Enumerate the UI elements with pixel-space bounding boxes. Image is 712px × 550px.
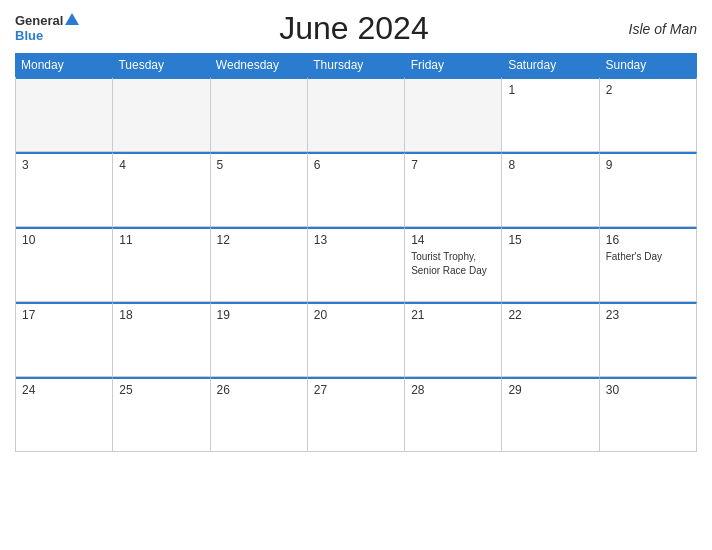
day-number: 6 [314, 158, 398, 172]
logo-blue-text: Blue [15, 29, 79, 43]
day-number: 9 [606, 158, 690, 172]
day-cell-11: 11 [113, 227, 210, 302]
day-cell-15: 15 [502, 227, 599, 302]
calendar-container: General Blue June 2024 Isle of Man Monda… [0, 0, 712, 550]
day-cell-25: 25 [113, 377, 210, 452]
day-number: 5 [217, 158, 301, 172]
day-number: 24 [22, 383, 106, 397]
day-header-tuesday: Tuesday [112, 53, 209, 77]
region-label: Isle of Man [629, 21, 697, 37]
day-header-sunday: Sunday [600, 53, 697, 77]
day-cell-30: 30 [600, 377, 697, 452]
day-header-monday: Monday [15, 53, 112, 77]
day-cell-4: 4 [113, 152, 210, 227]
day-number: 17 [22, 308, 106, 322]
day-cell-27: 27 [308, 377, 405, 452]
day-number: 15 [508, 233, 592, 247]
day-cell-26: 26 [211, 377, 308, 452]
day-number: 11 [119, 233, 203, 247]
day-cell-24: 24 [16, 377, 113, 452]
calendar-title: June 2024 [279, 10, 428, 47]
day-number: 29 [508, 383, 592, 397]
day-cell-20: 20 [308, 302, 405, 377]
day-cell-7: 7 [405, 152, 502, 227]
day-number: 13 [314, 233, 398, 247]
day-cell-22: 22 [502, 302, 599, 377]
day-number: 3 [22, 158, 106, 172]
day-headers-row: Monday Tuesday Wednesday Thursday Friday… [15, 53, 697, 77]
day-header-friday: Friday [405, 53, 502, 77]
day-number: 30 [606, 383, 690, 397]
day-cell-3: 3 [16, 152, 113, 227]
day-cell-12: 12 [211, 227, 308, 302]
day-number: 10 [22, 233, 106, 247]
day-cell-14: 14 Tourist Trophy,Senior Race Day [405, 227, 502, 302]
day-number: 14 [411, 233, 495, 247]
day-cell-18: 18 [113, 302, 210, 377]
event-fathers-day: Father's Day [606, 251, 662, 262]
empty-cell [16, 77, 113, 152]
day-number: 23 [606, 308, 690, 322]
calendar-grid: 1 2 3 4 5 6 7 8 9 10 11 [15, 77, 697, 452]
empty-cell [405, 77, 502, 152]
day-header-thursday: Thursday [307, 53, 404, 77]
day-cell-21: 21 [405, 302, 502, 377]
day-cell-13: 13 [308, 227, 405, 302]
day-header-wednesday: Wednesday [210, 53, 307, 77]
day-cell-28: 28 [405, 377, 502, 452]
day-cell-17: 17 [16, 302, 113, 377]
day-number: 26 [217, 383, 301, 397]
day-cell-6: 6 [308, 152, 405, 227]
day-number: 19 [217, 308, 301, 322]
day-number: 16 [606, 233, 690, 247]
day-number: 4 [119, 158, 203, 172]
day-cell-1: 1 [502, 77, 599, 152]
empty-cell [113, 77, 210, 152]
day-number: 22 [508, 308, 592, 322]
day-number: 7 [411, 158, 495, 172]
day-header-saturday: Saturday [502, 53, 599, 77]
day-number: 18 [119, 308, 203, 322]
day-cell-23: 23 [600, 302, 697, 377]
logo-triangle-icon [65, 13, 79, 25]
day-number: 28 [411, 383, 495, 397]
day-cell-9: 9 [600, 152, 697, 227]
calendar-header: General Blue June 2024 Isle of Man [15, 10, 697, 47]
event-tourist-trophy: Tourist Trophy,Senior Race Day [411, 251, 487, 276]
day-number: 1 [508, 83, 592, 97]
day-number: 21 [411, 308, 495, 322]
day-cell-5: 5 [211, 152, 308, 227]
day-cell-2: 2 [600, 77, 697, 152]
day-cell-16: 16 Father's Day [600, 227, 697, 302]
day-number: 8 [508, 158, 592, 172]
day-number: 2 [606, 83, 690, 97]
day-number: 12 [217, 233, 301, 247]
day-cell-19: 19 [211, 302, 308, 377]
day-cell-29: 29 [502, 377, 599, 452]
empty-cell [308, 77, 405, 152]
logo: General Blue [15, 14, 79, 43]
day-cell-8: 8 [502, 152, 599, 227]
day-number: 27 [314, 383, 398, 397]
day-number: 25 [119, 383, 203, 397]
empty-cell [211, 77, 308, 152]
day-number: 20 [314, 308, 398, 322]
logo-general-text: General [15, 14, 63, 28]
day-cell-10: 10 [16, 227, 113, 302]
